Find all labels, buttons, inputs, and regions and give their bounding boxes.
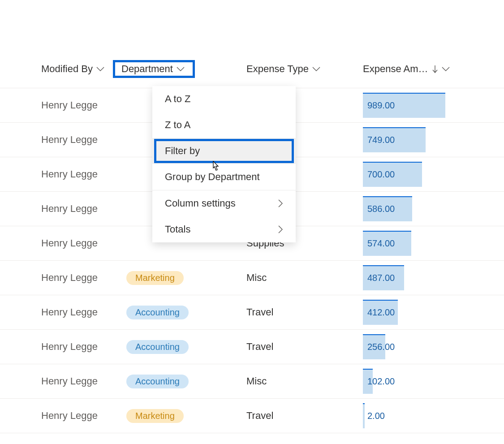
cell-expense-amount: 586.00 (363, 192, 504, 226)
amount-bar (363, 403, 365, 428)
amount-value: 412.00 (367, 307, 395, 318)
menu-item-label: Z to A (165, 119, 190, 131)
department-pill: Marketing (126, 271, 184, 285)
cell-expense-type: Misc (246, 261, 363, 295)
column-header-modified-by[interactable]: Modified By (41, 63, 104, 75)
cell-modified-by: Henry Legge (0, 399, 121, 433)
cell-expense-amount: 700.00 (363, 157, 504, 192)
page-root: Modified By Department (0, 0, 504, 444)
department-pill: Accounting (126, 375, 189, 388)
column-header-label: Modified By (41, 63, 93, 75)
amount-value: 586.00 (367, 204, 395, 214)
menu-item-column-settings[interactable]: Column settings (152, 190, 296, 216)
cell-department: Accounting (121, 364, 246, 399)
amount-value: 102.00 (367, 376, 395, 387)
cell-modified-by: Henry Legge (0, 88, 121, 123)
column-header-label: Expense Type (246, 63, 309, 75)
cell-expense-type: Travel (246, 330, 363, 364)
menu-item-sort-desc[interactable]: Z to A (152, 112, 296, 138)
menu-item-label: Totals (165, 224, 190, 235)
menu-item-label: Group by Department (165, 171, 260, 183)
cell-department: Accounting (121, 330, 246, 364)
table-row[interactable]: Henry LeggeAccountingMisc102.00 (0, 364, 504, 399)
menu-item-totals[interactable]: Totals (152, 216, 296, 242)
department-pill: Marketing (126, 409, 184, 423)
amount-value: 700.00 (367, 169, 395, 180)
table-row[interactable]: Henry LeggeMarketingMisc487.00 (0, 261, 504, 295)
cell-expense-amount: 2.00 (363, 399, 504, 433)
column-context-menu: A to Z Z to A Filter by Group by Departm… (152, 86, 296, 242)
menu-item-label: Column settings (165, 198, 236, 209)
cell-modified-by: Henry Legge (0, 192, 121, 226)
column-header-label: Department (121, 63, 173, 75)
cell-expense-amount: 102.00 (363, 364, 504, 399)
table-header-row: Modified By Department (0, 54, 504, 88)
chevron-down-icon (177, 66, 185, 72)
chevron-down-icon (312, 66, 320, 72)
cell-expense-type: Travel (246, 295, 363, 330)
menu-item-sort-asc[interactable]: A to Z (152, 86, 296, 112)
amount-value: 2.00 (367, 411, 385, 421)
cell-modified-by: Henry Legge (0, 330, 121, 364)
amount-value: 989.00 (367, 100, 395, 111)
cell-modified-by: Henry Legge (0, 226, 121, 261)
column-header-expense-type[interactable]: Expense Type (246, 63, 320, 75)
amount-value: 574.00 (367, 238, 395, 249)
cell-department: Marketing (121, 261, 246, 295)
amount-value: 749.00 (367, 135, 395, 145)
chevron-right-icon (278, 199, 283, 207)
menu-item-label: Filter by (165, 145, 200, 157)
column-header-expense-amount[interactable]: Expense Am… (363, 63, 450, 75)
cell-expense-amount: 749.00 (363, 123, 504, 157)
amount-value: 487.00 (367, 273, 395, 283)
cell-expense-type: Misc (246, 364, 363, 399)
amount-value: 256.00 (367, 342, 395, 352)
table-row[interactable]: Henry LeggeMarketingTravel2.00 (0, 399, 504, 433)
cell-modified-by: Henry Legge (0, 157, 121, 192)
cell-expense-amount: 412.00 (363, 295, 504, 330)
menu-item-label: A to Z (165, 93, 190, 105)
sort-descending-icon (432, 65, 438, 73)
table-row[interactable]: Henry LeggeAccountingTravel256.00 (0, 330, 504, 364)
department-pill: Accounting (126, 340, 189, 354)
chevron-down-icon (442, 66, 450, 72)
cell-expense-amount: 487.00 (363, 261, 504, 295)
menu-item-group-by[interactable]: Group by Department (152, 164, 296, 190)
cell-expense-type: Travel (246, 399, 363, 433)
chevron-right-icon (278, 225, 283, 233)
cell-expense-amount: 574.00 (363, 226, 504, 261)
column-header-department[interactable]: Department (113, 60, 195, 78)
cell-modified-by: Henry Legge (0, 123, 121, 157)
cell-department: Accounting (121, 295, 246, 330)
menu-item-filter-by[interactable]: Filter by (152, 138, 296, 164)
column-header-label: Expense Am… (363, 63, 428, 75)
cell-modified-by: Henry Legge (0, 364, 121, 399)
department-pill: Accounting (126, 306, 189, 319)
table-row[interactable]: Henry LeggeAccountingTravel412.00 (0, 295, 504, 330)
cell-expense-amount: 256.00 (363, 330, 504, 364)
cell-expense-amount: 989.00 (363, 88, 504, 123)
cell-modified-by: Henry Legge (0, 295, 121, 330)
cell-department: Marketing (121, 399, 246, 433)
cell-modified-by: Henry Legge (0, 261, 121, 295)
chevron-down-icon (96, 66, 104, 72)
